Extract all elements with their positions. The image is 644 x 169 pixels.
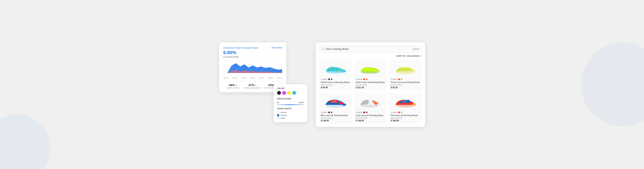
product-colors-row-3: 3 colors: [391, 78, 420, 80]
product-colors-label-2: 3 colors: [356, 78, 362, 80]
product-sub-1: Men Running: [321, 84, 350, 86]
product-name-4: Blue Lace-up Running Shoes: [321, 114, 350, 117]
search-icon: [322, 47, 324, 51]
product-colors-label-5: 3 colors: [356, 111, 362, 113]
width-option-wide[interactable]: Wide: [277, 117, 304, 119]
color-dot-red-6: [398, 112, 400, 113]
color-dot-orange-2: [366, 78, 368, 80]
color-dot-black-5: [363, 112, 365, 113]
sort-row: SORT BY: RELEVANCE ▾: [319, 55, 422, 57]
sort-label: SORT BY:: [396, 55, 406, 57]
product-image-4: [321, 95, 350, 110]
product-image-2: [356, 62, 385, 77]
width-option-regular[interactable]: Regular: [277, 114, 304, 116]
product-sub-4: Men Running: [321, 117, 350, 119]
product-colors-row-2: 3 colors: [356, 78, 385, 80]
product-colors-label-4: 3 colors: [321, 111, 328, 113]
clear-button[interactable]: CLEAR: [412, 48, 420, 50]
svg-point-13: [376, 70, 380, 72]
shoes-width-options: Narrow Regular Wide: [277, 111, 304, 119]
product-colors-row-1: 3 colors: [321, 78, 350, 80]
conversion-rate-value: 6.90%: [223, 50, 282, 55]
product-name-3: Green Lace-up Running Shoes: [391, 81, 420, 83]
product-card-1[interactable]: 3 colors Green Lace-up Running Shoes Men…: [319, 60, 352, 90]
svg-point-11: [342, 70, 346, 73]
product-price-2: $ 321.00: [356, 86, 385, 89]
stat-arrow-up-2: ▲: [255, 84, 257, 86]
stats-row: 49% ▲ Search revenue 47% ▲ Mobile transa…: [223, 81, 282, 89]
width-label-wide: Wide: [280, 117, 285, 119]
width-checkbox-regular[interactable]: [277, 114, 279, 116]
product-card-3[interactable]: 3 colors Green Lace-up Running Shoes Men…: [389, 60, 422, 90]
price-min: $0: [277, 102, 279, 104]
chart-x-label-oct5: Oct 5: [242, 77, 246, 79]
search-input[interactable]: men's running shoes: [326, 48, 412, 50]
color-dot-orange-3: [401, 78, 402, 80]
stat-arrow-up: ▲: [235, 84, 237, 86]
price-max: $3000: [298, 102, 304, 104]
product-image-6: [391, 95, 420, 110]
product-price-3: $ 60.50: [391, 86, 420, 89]
width-checkbox-wide[interactable]: [277, 117, 279, 119]
filter-panel: COLOR PRICE RANGE $0 $3000 SHOES WIDTH N…: [274, 84, 308, 122]
product-card-6[interactable]: 3 colors Red Lace-up Running Shoes Men R…: [389, 93, 422, 124]
search-panel: men's running shoes CLEAR SORT BY: RELEV…: [316, 42, 425, 127]
product-price-1: $ 89.99: [321, 86, 350, 89]
view-report-link[interactable]: View report: [272, 46, 282, 49]
stat-desc-search-revenue: Search revenue: [223, 87, 243, 89]
main-container: Conversion Rate for Search Users View re…: [219, 42, 425, 127]
color-dot-red-4: [331, 112, 332, 113]
width-option-narrow[interactable]: Narrow: [277, 111, 304, 113]
sort-value[interactable]: RELEVANCE: [407, 55, 420, 57]
product-image-1: [321, 62, 350, 77]
product-colors-label-6: 3 colors: [391, 111, 398, 113]
product-colors-label-1: 3 colors: [321, 78, 328, 80]
conversion-chart: 10 5 0: [223, 59, 282, 76]
color-swatch-pink[interactable]: [282, 91, 286, 95]
width-label-regular: Regular: [280, 114, 287, 116]
chart-x-label-oct9: Oct 9: [277, 77, 282, 79]
product-price-5: $ 148.00: [356, 120, 385, 122]
svg-point-19: [377, 103, 381, 106]
product-card-4[interactable]: 3 colors Blue Lace-up Running Shoes Men …: [319, 93, 352, 124]
color-dot-red-3: [398, 78, 400, 80]
color-filter-title: COLOR: [277, 87, 304, 89]
bg-decoration-right: [581, 43, 644, 126]
color-dot-red-2: [363, 78, 365, 80]
shoes-width-title: SHOES WIDTH: [277, 108, 304, 110]
product-image-5: [356, 95, 385, 110]
search-bar: men's running shoes CLEAR: [319, 46, 422, 52]
product-price-4: $ 148.00: [321, 120, 350, 122]
product-name-5: Gray Lace-up Running Shoes: [356, 114, 385, 117]
chart-x-labels: Oct 3 Oct 4 Oct 5 Oct 6 Oct 7 Oct 8 Oct …: [223, 77, 282, 79]
sort-chevron-icon[interactable]: ▾: [421, 55, 422, 57]
stat-search-revenue: 49% ▲ Search revenue: [223, 83, 243, 89]
svg-text:10: 10: [224, 60, 225, 61]
price-slider[interactable]: [277, 104, 304, 105]
price-filter-title: PRICE RANGE: [277, 98, 304, 100]
svg-point-17: [342, 103, 346, 106]
price-range-row: $0 $3000: [277, 102, 304, 104]
color-dot-gray-1: [331, 78, 332, 80]
product-sub-6: Men Running: [391, 117, 420, 119]
width-checkbox-narrow[interactable]: [277, 111, 279, 113]
product-name-2: Green Lace-up Running Shoes: [356, 81, 385, 83]
color-swatches: [277, 91, 304, 95]
product-card-2[interactable]: 3 colors Green Lace-up Running Shoes Men…: [354, 60, 386, 90]
chart-x-label-oct4: Oct 4: [232, 77, 237, 79]
color-swatch-yellow[interactable]: [287, 91, 291, 95]
color-dot-black-4: [328, 112, 330, 113]
color-dot-black-1: [328, 78, 330, 80]
product-price-6: $ 189.99: [391, 120, 420, 122]
svg-point-15: [411, 70, 415, 72]
svg-line-9: [323, 49, 324, 50]
product-card-5[interactable]: 3 colors Gray Lace-up Running Shoes Men …: [354, 93, 386, 124]
chart-label: Conversion Rate: [223, 56, 282, 58]
bg-decoration-left: [0, 115, 50, 169]
color-dot-orange-6: [401, 112, 402, 113]
stat-value-mobile: 47% ▲: [243, 83, 262, 87]
chart-area: 10 5 0: [223, 59, 282, 76]
color-swatch-cyan[interactable]: [292, 91, 296, 95]
color-swatch-black[interactable]: [277, 91, 281, 95]
chart-x-label-oct8: Oct 8: [268, 77, 273, 79]
